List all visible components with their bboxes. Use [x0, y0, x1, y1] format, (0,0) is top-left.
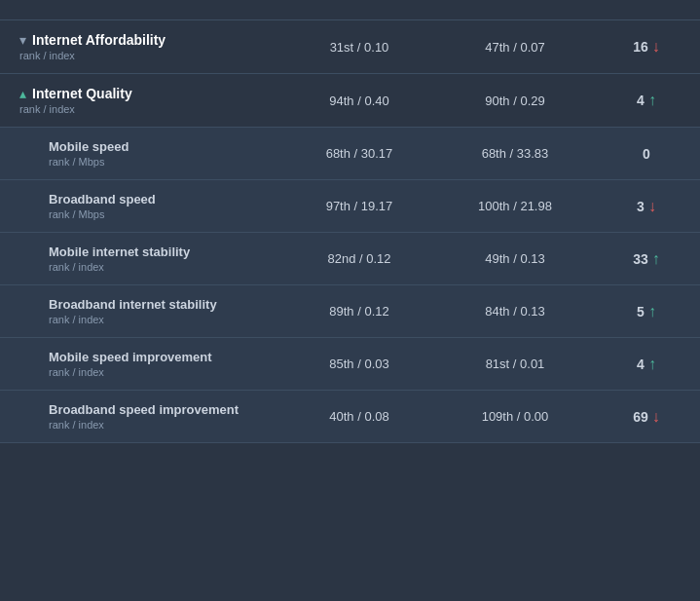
chevron-down-icon[interactable]: ▾ [19, 32, 26, 48]
table-row: Mobile speedrank / Mbps68th / 30.1768th … [0, 128, 700, 180]
value-2022: 84th / 0.13 [437, 304, 593, 319]
change-cell: 69↓ [593, 408, 700, 426]
change-value: 5 [637, 304, 645, 319]
row-label-cell: Broadband speedrank / Mbps [49, 192, 281, 220]
arrow-up-icon: ↑ [648, 92, 656, 109]
row-label-cell: Mobile internet stabilityrank / index [49, 244, 281, 273]
arrow-up-icon: ↑ [652, 250, 660, 268]
value-2021: 68th / 30.17 [281, 146, 437, 161]
rank-label: rank / Mbps [49, 208, 104, 220]
change-value: 69 [633, 409, 648, 425]
arrow-down-icon: ↓ [648, 198, 656, 215]
change-value: 3 [637, 199, 645, 214]
sub-category-title: Mobile internet stability [49, 244, 190, 259]
table-row: Broadband internet stabilityrank / index… [0, 285, 700, 338]
value-2022: 109th / 0.00 [437, 409, 593, 424]
rank-label: rank / index [19, 50, 75, 61]
value-2021: 82nd / 0.12 [281, 251, 437, 266]
main-table: ▾Internet Affordabilityrank / index31st … [0, 0, 700, 443]
value-2021: 94th / 0.40 [281, 94, 437, 108]
rank-label: rank / index [49, 419, 104, 431]
change-cell: 4↑ [593, 356, 700, 373]
table-row: Broadband speed improvementrank / index4… [0, 391, 700, 443]
change-cell: 3↓ [593, 198, 700, 215]
row-label-cell: Broadband speed improvementrank / index [49, 402, 281, 431]
table-row[interactable]: ▾Internet Affordabilityrank / index31st … [0, 20, 700, 74]
change-cell: 33↑ [593, 250, 700, 268]
arrow-up-icon: ↑ [648, 356, 656, 373]
value-2022: 68th / 33.83 [437, 146, 593, 161]
table-row: Broadband speedrank / Mbps97th / 19.1710… [0, 180, 700, 233]
arrow-down-icon: ↓ [652, 38, 660, 56]
sub-category-title: Broadband speed [49, 192, 156, 207]
rank-label: rank / index [49, 314, 104, 325]
sub-category-title: Broadband internet stability [49, 297, 217, 312]
chevron-up-icon[interactable]: ▴ [19, 86, 26, 101]
row-label-cell: ▾Internet Affordabilityrank / index [19, 32, 281, 61]
value-2022: 49th / 0.13 [437, 251, 593, 266]
value-2021: 31st / 0.10 [281, 40, 437, 55]
arrow-down-icon: ↓ [652, 408, 660, 426]
table-header [0, 0, 700, 20]
category-title: Internet Quality [32, 86, 132, 101]
value-2021: 97th / 19.17 [281, 199, 437, 213]
row-label-cell: ▴Internet Qualityrank / index [19, 86, 281, 115]
value-2022: 90th / 0.29 [437, 94, 593, 108]
value-2022: 47th / 0.07 [437, 40, 593, 55]
sub-category-title: Broadband speed improvement [49, 402, 239, 417]
category-title: Internet Affordability [32, 32, 166, 48]
change-value: 4 [637, 93, 645, 108]
table-row: Mobile internet stabilityrank / index82n… [0, 233, 700, 285]
sub-category-title: Mobile speed [49, 139, 129, 154]
change-cell: 4↑ [593, 92, 700, 109]
change-value: 33 [633, 251, 648, 267]
row-label-cell: Mobile speedrank / Mbps [49, 139, 281, 168]
change-cell: 16↓ [593, 38, 700, 56]
change-value: 0 [643, 146, 650, 162]
rank-label: rank / index [49, 366, 104, 378]
value-2021: 89th / 0.12 [281, 304, 437, 319]
change-value: 4 [637, 357, 645, 372]
change-value: 16 [633, 39, 648, 55]
sub-category-title: Mobile speed improvement [49, 350, 212, 364]
value-2021: 85th / 0.03 [281, 357, 437, 371]
value-2022: 81st / 0.01 [437, 357, 593, 371]
rank-label: rank / index [19, 103, 75, 115]
table-row[interactable]: ▴Internet Qualityrank / index94th / 0.40… [0, 74, 700, 128]
rank-label: rank / Mbps [49, 156, 104, 168]
change-cell: 5↑ [593, 303, 700, 320]
table-row: Mobile speed improvementrank / index85th… [0, 338, 700, 391]
arrow-up-icon: ↑ [648, 303, 656, 320]
rank-label: rank / index [49, 261, 104, 273]
value-2021: 40th / 0.08 [281, 409, 437, 424]
row-label-cell: Broadband internet stabilityrank / index [49, 297, 281, 325]
change-cell: 0 [593, 146, 700, 162]
value-2022: 100th / 21.98 [437, 199, 593, 213]
row-label-cell: Mobile speed improvementrank / index [49, 350, 281, 378]
